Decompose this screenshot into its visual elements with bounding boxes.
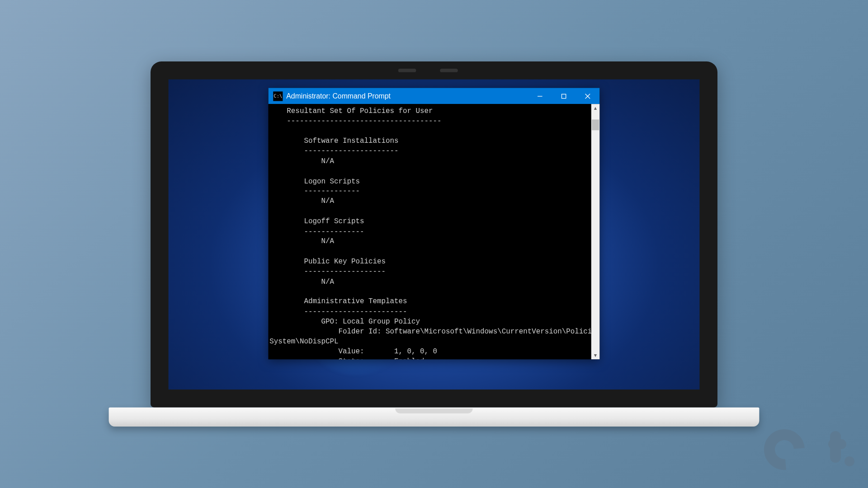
window-controls (528, 88, 599, 104)
terminal-output[interactable]: Resultant Set Of Policies for User -----… (269, 104, 591, 359)
svg-rect-1 (561, 94, 566, 98)
cmd-icon: C:\ (273, 91, 283, 101)
command-prompt-window: C:\ Administrator: Command Prompt (269, 88, 600, 360)
maximize-button[interactable] (552, 88, 576, 104)
window-titlebar[interactable]: C:\ Administrator: Command Prompt (269, 88, 600, 104)
laptop-frame: C:\ Administrator: Command Prompt (151, 61, 717, 427)
watermark-logo (764, 429, 841, 474)
window-title: Administrator: Command Prompt (286, 92, 528, 100)
close-button[interactable] (576, 88, 600, 104)
scroll-track[interactable] (591, 113, 599, 351)
scroll-down-icon[interactable]: ▼ (591, 351, 599, 359)
laptop-base (109, 408, 760, 427)
logo-c-shape (756, 421, 813, 479)
laptop-bezel: C:\ Administrator: Command Prompt (151, 61, 717, 408)
terminal-body: Resultant Set Of Policies for User -----… (269, 104, 600, 359)
scroll-thumb[interactable] (592, 120, 599, 131)
minimize-button[interactable] (528, 88, 552, 104)
logo-t-shape (830, 431, 841, 463)
desktop-screen: C:\ Administrator: Command Prompt (169, 80, 700, 389)
vertical-scrollbar[interactable]: ▲ ▼ (591, 104, 599, 359)
scroll-up-icon[interactable]: ▲ (591, 104, 599, 112)
